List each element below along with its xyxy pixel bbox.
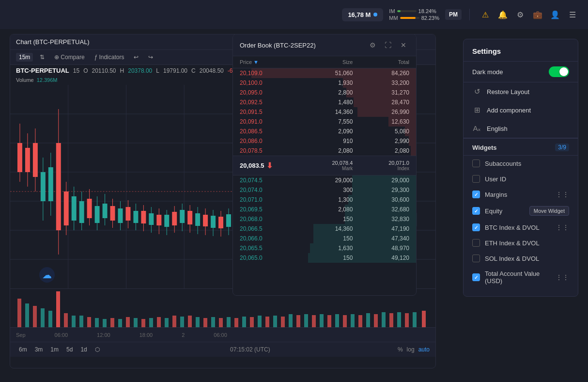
cloud-icon[interactable]: ☁ — [39, 267, 55, 283]
balance-display: 16,78 M — [342, 8, 383, 21]
svg-rect-169 — [413, 312, 417, 327]
period-1m[interactable]: 1m — [47, 345, 62, 354]
widget-checkbox[interactable] — [472, 207, 480, 215]
bid-row: 20,065.5 1,630 48,970 — [233, 243, 416, 253]
svg-rect-31 — [79, 201, 84, 223]
widget-checkbox[interactable] — [472, 159, 480, 167]
period-1d[interactable]: 1d — [77, 345, 90, 354]
bid-bg — [352, 185, 416, 195]
ask-total: 2,080 — [353, 147, 409, 154]
col-size-header: Size — [296, 59, 353, 65]
bid-bg — [348, 195, 416, 205]
svg-rect-137 — [165, 318, 169, 327]
move-widget-btn[interactable]: Move Widget — [529, 206, 569, 216]
dark-mode-toggle[interactable] — [549, 66, 569, 77]
open-val: 20110.50 — [92, 67, 116, 74]
widget-row[interactable]: Total Account Value (USD) ⋮⋮ — [464, 266, 578, 288]
compare-btn[interactable]: ⊕ Compare — [51, 53, 87, 62]
svg-rect-167 — [397, 312, 401, 327]
svg-rect-63 — [203, 215, 208, 226]
widget-rows: Subaccounts User ID Margins ⋮⋮ Equity Mo… — [464, 156, 578, 288]
svg-rect-134 — [141, 319, 145, 327]
svg-rect-157 — [320, 314, 324, 327]
ob-settings-icon[interactable]: ⚙ — [367, 39, 378, 51]
user-icon[interactable]: 👤 — [547, 7, 563, 22]
svg-rect-152 — [281, 317, 285, 327]
language-row[interactable]: Aₓ English — [464, 119, 578, 138]
ask-price: 20,086.0 — [240, 138, 296, 144]
interval-btn[interactable]: 15m — [16, 53, 33, 62]
bid-bg — [313, 224, 416, 234]
ask-row: 20,086.5 2,090 5,080 — [233, 127, 416, 136]
svg-rect-37 — [103, 204, 108, 218]
svg-rect-131 — [118, 319, 122, 327]
svg-rect-125 — [72, 316, 76, 327]
widget-row[interactable]: SOL Index & DVOL — [464, 251, 578, 266]
widget-checkbox[interactable] — [472, 255, 480, 262]
drag-handle-icon[interactable]: ⋮⋮ — [556, 273, 569, 281]
widget-row[interactable]: Equity Move Widget — [464, 202, 578, 220]
svg-rect-140 — [188, 316, 192, 327]
period-6m[interactable]: 6m — [16, 345, 30, 354]
widget-row[interactable]: ETH Index & DVOL — [464, 235, 578, 251]
bell-icon[interactable]: 🔔 — [495, 7, 511, 22]
interval-icon[interactable]: ⇅ — [37, 53, 47, 62]
svg-rect-148 — [250, 317, 254, 327]
widget-row[interactable]: Margins ⋮⋮ — [464, 187, 578, 202]
widget-checkbox[interactable] — [472, 191, 480, 198]
widget-label: SOL Index & DVOL — [485, 255, 569, 262]
mid-mark-val: 20,078.4 — [296, 160, 353, 166]
wallet-icon[interactable]: 💼 — [530, 7, 545, 22]
dark-mode-row[interactable]: Dark mode — [464, 62, 578, 82]
warning-icon[interactable]: ⚠ — [478, 7, 493, 22]
drag-handle-icon[interactable]: ⋮⋮ — [556, 223, 569, 231]
settings-gear-icon[interactable]: ⚙ — [512, 7, 528, 22]
bid-bg — [345, 214, 416, 224]
restore-layout-row[interactable]: ↺ Restore Layout — [464, 82, 578, 101]
svg-rect-139 — [180, 317, 184, 327]
bid-bg — [308, 253, 416, 263]
undo-btn[interactable]: ↩ — [131, 53, 141, 62]
menu-icon[interactable]: ☰ — [565, 7, 580, 22]
im-pct: 18.24% — [418, 8, 436, 14]
svg-rect-166 — [389, 313, 393, 327]
ask-bg — [357, 107, 416, 117]
widget-checkbox[interactable] — [472, 175, 480, 183]
widget-row[interactable]: Subaccounts — [464, 156, 578, 171]
bid-price: 20,074.5 — [240, 177, 296, 184]
ask-price: 20,092.5 — [240, 99, 296, 106]
ob-close-icon[interactable]: ✕ — [398, 39, 409, 51]
svg-rect-27 — [64, 191, 69, 225]
redo-btn[interactable]: ↪ — [145, 53, 156, 62]
widget-checkbox[interactable] — [472, 239, 480, 247]
svg-rect-158 — [327, 315, 331, 327]
scale-auto[interactable]: auto — [418, 346, 430, 353]
ticker-name: BTC-PERPETUAL — [16, 67, 69, 74]
ob-header: Order Book (BTC-2SEP22) ⚙ ⛶ ✕ — [233, 34, 416, 56]
period-5d[interactable]: 5d — [63, 345, 76, 354]
screenshot-btn[interactable]: ⬡ — [92, 345, 103, 354]
indicators-btn[interactable]: ƒ Indicators — [92, 53, 127, 62]
svg-rect-155 — [304, 314, 308, 327]
bid-price: 20,068.0 — [240, 216, 296, 223]
im-label: IM — [389, 8, 395, 14]
col-price-header: Price ▼ — [240, 59, 296, 65]
compare-label: Compare — [61, 54, 84, 61]
widget-checkbox[interactable] — [472, 223, 480, 231]
scale-pct[interactable]: % — [398, 346, 403, 353]
widget-row[interactable]: BTC Index & DVOL ⋮⋮ — [464, 220, 578, 235]
ob-expand-icon[interactable]: ⛶ — [382, 39, 394, 51]
svg-rect-142 — [203, 318, 207, 327]
svg-rect-128 — [95, 318, 99, 327]
add-component-row[interactable]: ⊞ Add component — [464, 101, 578, 119]
bid-rows: 20,074.5 29,000 29,000 20,074.0 300 29,3… — [233, 175, 416, 263]
widget-row[interactable]: User ID — [464, 171, 578, 187]
drag-handle-icon[interactable]: ⋮⋮ — [556, 191, 569, 198]
svg-rect-138 — [172, 316, 176, 327]
svg-rect-29 — [72, 196, 77, 221]
separator — [469, 9, 470, 20]
widget-checkbox[interactable] — [472, 273, 480, 281]
scale-log[interactable]: log — [407, 346, 415, 353]
period-3m[interactable]: 3m — [32, 345, 46, 354]
bid-size: 29,000 — [296, 177, 353, 184]
